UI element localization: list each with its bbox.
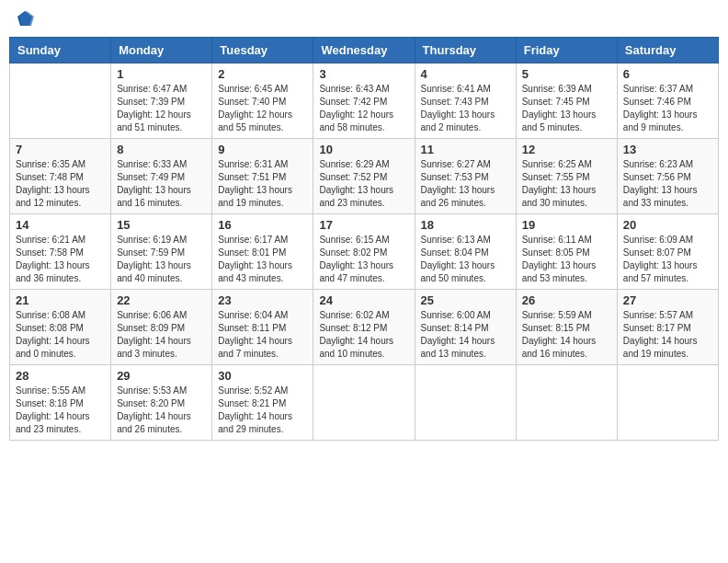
- day-number: 29: [117, 369, 206, 383]
- column-header-tuesday: Tuesday: [212, 38, 313, 63]
- day-cell: 27Sunrise: 5:57 AMSunset: 8:17 PMDayligh…: [617, 290, 718, 365]
- day-number: 22: [117, 293, 206, 307]
- day-number: 26: [522, 293, 611, 307]
- calendar-table: SundayMondayTuesdayWednesdayThursdayFrid…: [9, 37, 719, 441]
- day-number: 6: [623, 67, 712, 81]
- day-number: 20: [623, 218, 712, 232]
- day-info: Sunrise: 5:53 AMSunset: 8:20 PMDaylight:…: [117, 385, 206, 436]
- day-info: Sunrise: 5:55 AMSunset: 8:18 PMDaylight:…: [16, 385, 105, 436]
- day-number: 2: [218, 67, 307, 81]
- day-info: Sunrise: 6:09 AMSunset: 8:07 PMDaylight:…: [623, 234, 712, 285]
- week-row-4: 21Sunrise: 6:08 AMSunset: 8:08 PMDayligh…: [10, 290, 719, 365]
- day-cell: 2Sunrise: 6:45 AMSunset: 7:40 PMDaylight…: [212, 63, 313, 139]
- day-cell: 5Sunrise: 6:39 AMSunset: 7:45 PMDaylight…: [516, 63, 617, 139]
- day-info: Sunrise: 6:25 AMSunset: 7:55 PMDaylight:…: [522, 158, 611, 210]
- day-info: Sunrise: 6:47 AMSunset: 7:39 PMDaylight:…: [117, 83, 206, 134]
- day-number: 25: [421, 293, 510, 307]
- logo-icon: [16, 9, 34, 28]
- day-number: 21: [16, 293, 105, 307]
- day-cell: 12Sunrise: 6:25 AMSunset: 7:55 PMDayligh…: [516, 139, 617, 214]
- page-header: [9, 9, 719, 28]
- day-number: 5: [522, 67, 611, 81]
- day-cell: 3Sunrise: 6:43 AMSunset: 7:42 PMDaylight…: [313, 63, 415, 139]
- day-cell: [415, 365, 516, 441]
- day-cell: [313, 365, 415, 441]
- column-header-sunday: Sunday: [10, 38, 111, 63]
- day-cell: 29Sunrise: 5:53 AMSunset: 8:20 PMDayligh…: [111, 365, 212, 441]
- column-header-wednesday: Wednesday: [313, 38, 415, 63]
- day-cell: 8Sunrise: 6:33 AMSunset: 7:49 PMDaylight…: [111, 139, 212, 214]
- day-number: 13: [623, 143, 712, 156]
- day-number: 24: [319, 293, 408, 307]
- day-number: 18: [421, 218, 510, 232]
- day-cell: [10, 63, 111, 139]
- week-row-5: 28Sunrise: 5:55 AMSunset: 8:18 PMDayligh…: [10, 365, 719, 441]
- column-header-monday: Monday: [111, 38, 212, 63]
- logo: [14, 9, 34, 28]
- day-cell: 4Sunrise: 6:41 AMSunset: 7:43 PMDaylight…: [415, 63, 516, 139]
- day-cell: [617, 365, 718, 441]
- day-info: Sunrise: 6:17 AMSunset: 8:01 PMDaylight:…: [218, 234, 307, 285]
- day-number: 1: [117, 67, 206, 81]
- day-number: 12: [522, 143, 611, 156]
- day-cell: 30Sunrise: 5:52 AMSunset: 8:21 PMDayligh…: [212, 365, 313, 441]
- day-info: Sunrise: 6:31 AMSunset: 7:51 PMDaylight:…: [218, 158, 307, 210]
- day-info: Sunrise: 6:15 AMSunset: 8:02 PMDaylight:…: [319, 234, 408, 285]
- day-cell: 13Sunrise: 6:23 AMSunset: 7:56 PMDayligh…: [617, 139, 718, 214]
- week-row-3: 14Sunrise: 6:21 AMSunset: 7:58 PMDayligh…: [10, 214, 719, 290]
- day-number: 3: [319, 67, 408, 81]
- day-number: 15: [117, 218, 206, 232]
- column-header-friday: Friday: [516, 38, 617, 63]
- day-info: Sunrise: 6:45 AMSunset: 7:40 PMDaylight:…: [218, 83, 307, 134]
- day-info: Sunrise: 6:00 AMSunset: 8:14 PMDaylight:…: [421, 309, 510, 361]
- day-info: Sunrise: 6:33 AMSunset: 7:49 PMDaylight:…: [117, 158, 206, 210]
- day-info: Sunrise: 6:37 AMSunset: 7:46 PMDaylight:…: [623, 83, 712, 134]
- week-row-1: 1Sunrise: 6:47 AMSunset: 7:39 PMDaylight…: [10, 63, 719, 139]
- day-cell: 9Sunrise: 6:31 AMSunset: 7:51 PMDaylight…: [212, 139, 313, 214]
- day-info: Sunrise: 6:41 AMSunset: 7:43 PMDaylight:…: [421, 83, 510, 134]
- day-info: Sunrise: 6:11 AMSunset: 8:05 PMDaylight:…: [522, 234, 611, 285]
- day-info: Sunrise: 6:21 AMSunset: 7:58 PMDaylight:…: [16, 234, 105, 285]
- day-info: Sunrise: 6:04 AMSunset: 8:11 PMDaylight:…: [218, 309, 307, 361]
- day-cell: 14Sunrise: 6:21 AMSunset: 7:58 PMDayligh…: [10, 214, 111, 290]
- svg-marker-1: [19, 11, 34, 26]
- day-info: Sunrise: 6:35 AMSunset: 7:48 PMDaylight:…: [16, 158, 105, 210]
- day-number: 14: [16, 218, 105, 232]
- day-cell: 21Sunrise: 6:08 AMSunset: 8:08 PMDayligh…: [10, 290, 111, 365]
- day-cell: 18Sunrise: 6:13 AMSunset: 8:04 PMDayligh…: [415, 214, 516, 290]
- day-cell: 23Sunrise: 6:04 AMSunset: 8:11 PMDayligh…: [212, 290, 313, 365]
- day-info: Sunrise: 6:02 AMSunset: 8:12 PMDaylight:…: [319, 309, 408, 361]
- day-info: Sunrise: 6:19 AMSunset: 7:59 PMDaylight:…: [117, 234, 206, 285]
- day-cell: 15Sunrise: 6:19 AMSunset: 7:59 PMDayligh…: [111, 214, 212, 290]
- day-info: Sunrise: 6:39 AMSunset: 7:45 PMDaylight:…: [522, 83, 611, 134]
- day-number: 11: [421, 143, 510, 156]
- day-cell: 11Sunrise: 6:27 AMSunset: 7:53 PMDayligh…: [415, 139, 516, 214]
- day-number: 17: [319, 218, 408, 232]
- day-info: Sunrise: 6:29 AMSunset: 7:52 PMDaylight:…: [319, 158, 408, 210]
- day-number: 9: [218, 143, 307, 156]
- day-cell: 25Sunrise: 6:00 AMSunset: 8:14 PMDayligh…: [415, 290, 516, 365]
- day-cell: 20Sunrise: 6:09 AMSunset: 8:07 PMDayligh…: [617, 214, 718, 290]
- day-info: Sunrise: 6:27 AMSunset: 7:53 PMDaylight:…: [421, 158, 510, 210]
- day-number: 10: [319, 143, 408, 156]
- day-number: 8: [117, 143, 206, 156]
- day-cell: 19Sunrise: 6:11 AMSunset: 8:05 PMDayligh…: [516, 214, 617, 290]
- day-cell: 7Sunrise: 6:35 AMSunset: 7:48 PMDaylight…: [10, 139, 111, 214]
- day-cell: 26Sunrise: 5:59 AMSunset: 8:15 PMDayligh…: [516, 290, 617, 365]
- day-cell: 28Sunrise: 5:55 AMSunset: 8:18 PMDayligh…: [10, 365, 111, 441]
- day-cell: [516, 365, 617, 441]
- day-cell: 10Sunrise: 6:29 AMSunset: 7:52 PMDayligh…: [313, 139, 415, 214]
- day-number: 30: [218, 369, 307, 383]
- day-info: Sunrise: 5:57 AMSunset: 8:17 PMDaylight:…: [623, 309, 712, 361]
- day-number: 19: [522, 218, 611, 232]
- day-cell: 6Sunrise: 6:37 AMSunset: 7:46 PMDaylight…: [617, 63, 718, 139]
- day-info: Sunrise: 6:06 AMSunset: 8:09 PMDaylight:…: [117, 309, 206, 361]
- day-number: 16: [218, 218, 307, 232]
- day-cell: 24Sunrise: 6:02 AMSunset: 8:12 PMDayligh…: [313, 290, 415, 365]
- column-header-thursday: Thursday: [415, 38, 516, 63]
- day-info: Sunrise: 6:23 AMSunset: 7:56 PMDaylight:…: [623, 158, 712, 210]
- day-number: 28: [16, 369, 105, 383]
- day-number: 27: [623, 293, 712, 307]
- day-info: Sunrise: 6:43 AMSunset: 7:42 PMDaylight:…: [319, 83, 408, 134]
- header-row: SundayMondayTuesdayWednesdayThursdayFrid…: [10, 38, 719, 63]
